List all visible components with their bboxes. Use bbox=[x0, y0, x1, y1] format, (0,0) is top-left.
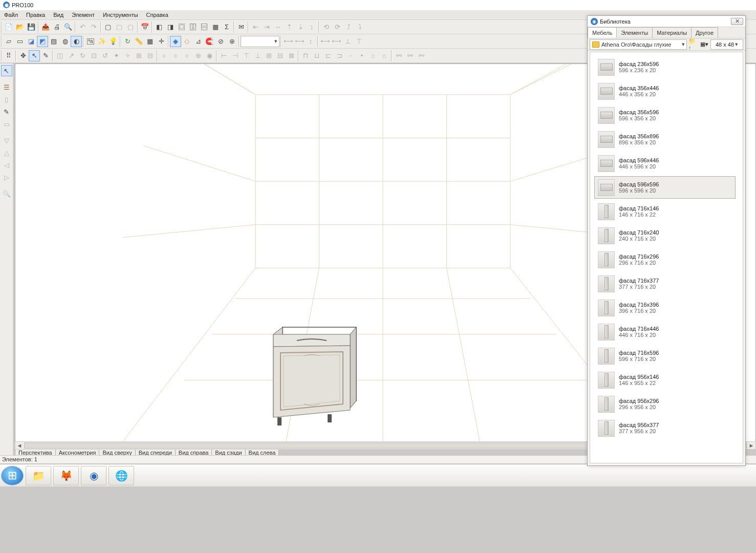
align-btn-6[interactable]: ↕ bbox=[306, 22, 317, 33]
taskbar-explorer[interactable]: 📁 bbox=[26, 466, 51, 485]
target-button[interactable]: ⊕ bbox=[226, 36, 237, 47]
zoom-tool[interactable]: 🔍 bbox=[1, 188, 12, 199]
library-item[interactable]: фасад 716x396396 x 716 x 20 bbox=[594, 296, 736, 319]
print-button[interactable]: 🖨 bbox=[51, 22, 62, 33]
light-edit-button[interactable]: ✨ bbox=[96, 36, 107, 47]
start-button[interactable]: ⊞ bbox=[1, 466, 24, 485]
library-close-button[interactable]: ✕ bbox=[731, 18, 743, 25]
op-btn-5[interactable]: ↺ bbox=[99, 50, 111, 61]
library-item[interactable]: фасад 236x596596 x 236 x 20 bbox=[594, 56, 736, 78]
align-btn-4[interactable]: ⇡ bbox=[284, 22, 295, 33]
library-item[interactable]: фасад 356x446446 x 356 x 20 bbox=[594, 80, 736, 102]
panel-btn-5[interactable]: ⿳ bbox=[199, 22, 210, 33]
library-thumb-size[interactable]: 48 x 48▾ bbox=[710, 39, 743, 50]
align-btn-1[interactable]: ⇤ bbox=[250, 22, 261, 33]
tool-btn-c[interactable]: ▢ bbox=[125, 22, 136, 33]
pencil-tool[interactable]: ✎ bbox=[1, 106, 12, 117]
tool-btn-b[interactable]: ▢ bbox=[114, 22, 125, 33]
join-btn-4[interactable]: ⊥ bbox=[252, 50, 263, 61]
op-btn-1[interactable]: ◫ bbox=[54, 50, 66, 61]
join-btn-2[interactable]: ⊣ bbox=[229, 50, 241, 61]
view-shaded-button[interactable]: ◩ bbox=[37, 36, 48, 47]
library-view-button[interactable]: ▦▾ bbox=[699, 39, 709, 50]
library-scroll[interactable]: фасад 236x596596 x 236 x 20фасад 356x446… bbox=[590, 52, 743, 463]
rotate-btn-3[interactable]: ⤴ bbox=[343, 22, 354, 33]
dim-btn-7[interactable]: ⊤ bbox=[353, 36, 364, 47]
pointer-tool[interactable]: ↖ bbox=[1, 65, 12, 76]
library-item[interactable]: фасад 956x146146 x 955 x 22 bbox=[594, 369, 736, 391]
join-btn-7[interactable]: ⊠ bbox=[286, 50, 297, 61]
refresh-button[interactable]: ↻ bbox=[122, 36, 133, 47]
rect-tool[interactable]: ▭ bbox=[1, 118, 12, 130]
snap-mid-button[interactable]: ◇ bbox=[181, 36, 192, 47]
open-file-button[interactable]: 📂 bbox=[14, 22, 26, 33]
axis-toggle-button[interactable]: ✛ bbox=[156, 36, 167, 47]
hw-btn-1[interactable]: ⊓ bbox=[300, 50, 311, 61]
taskbar-chrome[interactable]: 🌐 bbox=[109, 466, 134, 485]
hw-btn-3[interactable]: ⊏ bbox=[322, 50, 334, 61]
redo-button[interactable]: ↷ bbox=[88, 22, 99, 33]
panel-btn-1[interactable]: ◧ bbox=[154, 22, 165, 33]
op-btn-11[interactable]: ⟐ bbox=[170, 50, 181, 61]
library-item[interactable]: фасад 596x596596 x 596 x 20 bbox=[594, 176, 736, 199]
hw-btn-2[interactable]: ⊔ bbox=[311, 50, 322, 61]
extra-tool-3[interactable]: ◁ bbox=[1, 159, 12, 171]
hw-btn-4[interactable]: ⊐ bbox=[334, 50, 345, 61]
library-item[interactable]: фасад 956x296296 x 956 x 20 bbox=[594, 393, 736, 415]
library-item[interactable]: фасад 716x240240 x 716 x 20 bbox=[594, 224, 736, 247]
taskbar-firefox[interactable]: 🦊 bbox=[53, 466, 79, 485]
library-item[interactable]: фасад 716x596596 x 716 x 20 bbox=[594, 345, 736, 367]
menu-view[interactable]: Вид bbox=[49, 10, 68, 19]
align-btn-5[interactable]: ⇣ bbox=[295, 22, 306, 33]
library-tab-1[interactable]: Элементы bbox=[616, 27, 653, 38]
op-btn-3[interactable]: ↻ bbox=[77, 50, 88, 61]
menu-tools[interactable]: Инструменты bbox=[99, 10, 142, 19]
dim-btn-5[interactable]: ⟷ bbox=[331, 36, 342, 47]
label-button[interactable]: ªa bbox=[85, 36, 96, 47]
library-tab-2[interactable]: Материалы bbox=[652, 27, 692, 38]
panel-btn-6[interactable]: ▦ bbox=[210, 22, 221, 33]
cabinet-model[interactable] bbox=[266, 320, 363, 428]
hw-btn-6[interactable]: • bbox=[356, 50, 368, 61]
panel-btn-4[interactable]: ⿲ bbox=[187, 22, 199, 33]
rotate-btn-2[interactable]: ⟳ bbox=[332, 22, 343, 33]
menu-file[interactable]: Файл bbox=[0, 10, 22, 19]
op-btn-14[interactable]: ◉ bbox=[204, 50, 215, 61]
join-btn-3[interactable]: ⊤ bbox=[241, 50, 252, 61]
library-item[interactable]: фасад 716x296296 x 716 x 20 bbox=[594, 248, 736, 271]
library-up-button[interactable]: 📁↑ bbox=[688, 39, 698, 50]
dim-btn-2[interactable]: ⟷ bbox=[294, 36, 305, 47]
library-tab-3[interactable]: Другое bbox=[691, 27, 718, 38]
viewets-shadows-button[interactable]: ◐ bbox=[71, 36, 82, 47]
menu-element[interactable]: Элемент bbox=[68, 10, 99, 19]
door-tool[interactable]: ▯ bbox=[1, 94, 12, 105]
library-tab-0[interactable]: Мебель bbox=[588, 27, 617, 38]
extra-tool-4[interactable]: ▷ bbox=[1, 172, 12, 183]
library-item[interactable]: фасад 716x446446 x 716 x 20 bbox=[594, 321, 736, 343]
library-item[interactable]: фасад 716x377377 x 716 x 20 bbox=[594, 272, 736, 295]
view-textured-button[interactable]: ▨ bbox=[48, 36, 59, 47]
view-wireframe-button[interactable]: ▱ bbox=[3, 36, 14, 47]
mail-button[interactable]: ✉ bbox=[235, 22, 247, 33]
op-btn-8[interactable]: ⊞ bbox=[133, 50, 144, 61]
align-btn-2[interactable]: ⇥ bbox=[261, 22, 272, 33]
op-btn-2[interactable]: ↗ bbox=[66, 50, 77, 61]
zoom-combo[interactable]: ▾ bbox=[241, 36, 279, 47]
snap-end-button[interactable]: ⊿ bbox=[192, 36, 204, 47]
view-flat-button[interactable]: ◪ bbox=[26, 36, 37, 47]
move-mode-button[interactable]: ✥ bbox=[17, 50, 29, 61]
library-item[interactable]: фасад 596x446446 x 596 x 20 bbox=[594, 152, 736, 175]
op-btn-7[interactable]: ✧ bbox=[122, 50, 133, 61]
join-btn-1[interactable]: ⊢ bbox=[218, 50, 229, 61]
op-btn-9[interactable]: ⊟ bbox=[144, 50, 156, 61]
wall-tool[interactable]: ☰ bbox=[1, 81, 12, 93]
view-hidden-button[interactable]: ▭ bbox=[14, 36, 26, 47]
collision-button[interactable]: ⊘ bbox=[215, 36, 226, 47]
library-item[interactable]: фасад 716x146146 x 716 x 22 bbox=[594, 200, 736, 223]
panel-btn-3[interactable]: ⿴ bbox=[176, 22, 187, 33]
link-btn-3[interactable]: ⚯ bbox=[416, 50, 427, 61]
light-on-button[interactable]: 💡 bbox=[107, 36, 119, 47]
menu-edit[interactable]: Правка bbox=[22, 10, 49, 19]
extra-tool-1[interactable]: ▽ bbox=[1, 135, 12, 146]
rotate-btn-1[interactable]: ⟲ bbox=[320, 22, 332, 33]
